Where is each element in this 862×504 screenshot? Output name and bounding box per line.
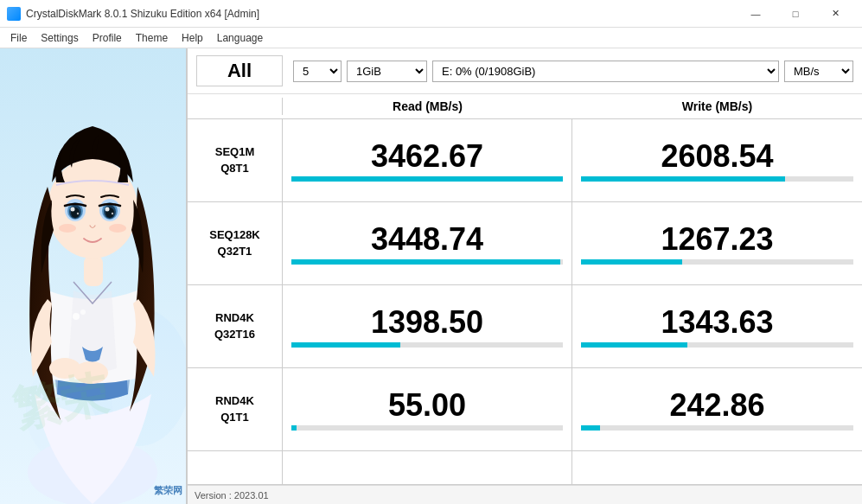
rnd4k-q1-write-bar — [581, 425, 600, 431]
right-panel: All 5 1 3 9 1GiB 512MiB 2GiB 4GiB 8GiB E… — [186, 48, 862, 504]
seq1m-write-bar-container — [581, 176, 853, 182]
seq1m-read-bar-container — [291, 176, 563, 182]
rnd4k-q1-write-value: 242.86 — [669, 388, 764, 423]
minimize-button[interactable]: — — [736, 0, 776, 28]
col-header-label — [188, 98, 283, 115]
row-rnd4k-q32-read: 1398.50 — [283, 285, 572, 367]
seq128k-read-bar — [291, 259, 560, 265]
version-text: Version : 2023.01 — [195, 490, 269, 501]
status-bar: Version : 2023.01 — [188, 485, 862, 504]
row-label-seq1m: SEQ1MQ8T1 — [188, 119, 283, 201]
row-seq1m-read: 3462.67 — [283, 119, 572, 201]
close-button[interactable]: ✕ — [815, 0, 855, 28]
menu-file[interactable]: File — [3, 30, 34, 46]
col-header-write: Write (MB/s) — [572, 98, 862, 115]
table-row: RND4KQ1T1 55.00 242.86 — [188, 368, 862, 451]
table-header: Read (MB/s) Write (MB/s) — [188, 94, 862, 119]
seq128k-write-value: 1267.23 — [661, 222, 773, 257]
seq1m-read-bar — [291, 176, 563, 182]
unit-select[interactable]: MB/s GB/s IOPS — [784, 61, 853, 82]
svg-point-16 — [105, 207, 110, 212]
rnd4k-q1-read-bar-container — [291, 425, 563, 431]
restore-button[interactable]: □ — [776, 0, 815, 28]
row-label-rnd4k-q1: RND4KQ1T1 — [188, 368, 283, 450]
row-seq128k-read: 3448.74 — [283, 202, 572, 284]
watermark: 繁荣网 — [154, 484, 182, 497]
svg-point-10 — [71, 207, 75, 212]
table-row: SEQ128KQ32T1 3448.74 1267.23 — [188, 202, 862, 285]
seq128k-read-value: 3448.74 — [371, 222, 483, 257]
svg-rect-4 — [84, 256, 103, 286]
menu-theme[interactable]: Theme — [129, 30, 175, 46]
row-seq1m-write: 2608.54 — [572, 119, 862, 201]
rnd4k-q32-write-bar-container — [581, 342, 853, 348]
row-label-rnd4k-q32: RND4KQ32T16 — [188, 285, 283, 367]
test-size-select[interactable]: 1GiB 512MiB 2GiB 4GiB 8GiB — [347, 61, 427, 82]
seq128k-read-bar-container — [291, 259, 563, 265]
svg-point-18 — [59, 224, 76, 233]
table-row: SEQ1MQ8T1 3462.67 2608.54 — [188, 119, 862, 202]
rnd4k-q32-read-bar-container — [291, 342, 563, 348]
menu-settings[interactable]: Settings — [34, 30, 85, 46]
row-rnd4k-q1-read: 55.00 — [283, 368, 572, 450]
svg-point-17 — [112, 213, 113, 214]
empty-read — [283, 451, 572, 484]
table-row-empty — [188, 451, 862, 485]
main-content: 繁荣 繁荣网 All 5 1 3 9 1GiB 512MiB 2GiB 4GiB… — [0, 48, 862, 504]
menu-language[interactable]: Language — [210, 30, 270, 46]
character-illustration: 繁荣 — [0, 48, 186, 504]
seq1m-write-value: 2608.54 — [661, 139, 773, 174]
table-row: RND4KQ32T16 1398.50 1343.63 — [188, 285, 862, 368]
rnd4k-q32-read-value: 1398.50 — [371, 305, 483, 340]
left-panel: 繁荣 繁荣网 — [0, 48, 186, 504]
menu-profile[interactable]: Profile — [86, 30, 129, 46]
drive-select[interactable]: E: 0% (0/1908GiB) — [432, 61, 779, 82]
seq128k-write-bar — [581, 259, 682, 265]
row-rnd4k-q32-write: 1343.63 — [572, 285, 862, 367]
svg-point-22 — [73, 313, 80, 320]
empty-label — [188, 451, 283, 484]
rnd4k-q1-read-value: 55.00 — [388, 388, 466, 423]
svg-point-23 — [80, 309, 86, 315]
menu-bar: File Settings Profile Theme Help Languag… — [0, 28, 862, 48]
controls-row: All 5 1 3 9 1GiB 512MiB 2GiB 4GiB 8GiB E… — [188, 48, 862, 94]
title-bar-left: CrystalDiskMark 8.0.1 Shizuku Edition x6… — [7, 7, 259, 21]
seq1m-write-bar — [581, 176, 785, 182]
row-label-seq128k: SEQ128KQ32T1 — [188, 202, 283, 284]
window-title: CrystalDiskMark 8.0.1 Shizuku Edition x6… — [26, 8, 259, 20]
rnd4k-q32-write-bar — [581, 342, 687, 348]
col-header-read: Read (MB/s) — [283, 98, 572, 115]
row-rnd4k-q1-write: 242.86 — [572, 368, 862, 450]
svg-point-11 — [77, 213, 79, 214]
title-bar: CrystalDiskMark 8.0.1 Shizuku Edition x6… — [0, 0, 862, 28]
empty-write — [572, 451, 862, 484]
rnd4k-q1-read-bar — [291, 425, 297, 431]
test-count-select[interactable]: 5 1 3 9 — [293, 61, 342, 82]
benchmark-table: Read (MB/s) Write (MB/s) SEQ1MQ8T1 3462.… — [188, 94, 862, 485]
svg-point-19 — [109, 224, 126, 233]
rnd4k-q32-write-value: 1343.63 — [661, 305, 773, 340]
row-seq128k-write: 1267.23 — [572, 202, 862, 284]
rnd4k-q1-write-bar-container — [581, 425, 853, 431]
seq128k-write-bar-container — [581, 259, 853, 265]
window-controls: — □ ✕ — [736, 0, 855, 28]
seq1m-read-value: 3462.67 — [371, 139, 483, 174]
app-icon — [7, 7, 21, 21]
rnd4k-q32-read-bar — [291, 342, 400, 348]
all-label: All — [196, 55, 283, 86]
menu-help[interactable]: Help — [175, 30, 210, 46]
